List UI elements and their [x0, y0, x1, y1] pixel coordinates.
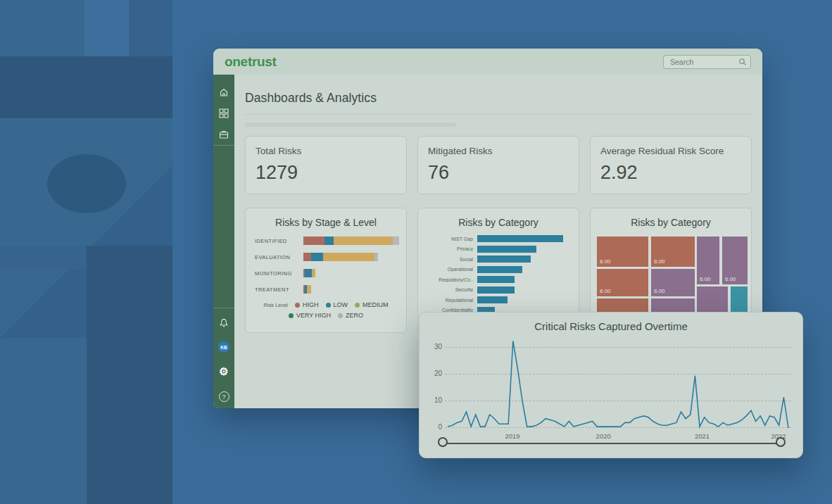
stage-row: EVALUATION — [255, 253, 406, 261]
category-row: Operational — [418, 266, 579, 273]
search-box — [663, 55, 751, 69]
stage-row-label: TREATMENT — [255, 286, 303, 293]
category-bar-chart: NIST GapPrivacySocialOperationalRegulato… — [418, 235, 579, 314]
range-slider-handle-left[interactable] — [438, 437, 448, 447]
sidebar: KB ⚙ ? — [213, 75, 234, 408]
stat-label: Average Residual Risk Score — [600, 146, 741, 156]
bg-band — [0, 246, 87, 270]
category-bar — [477, 246, 536, 253]
legend-dot — [326, 303, 331, 308]
category-row: Social — [418, 256, 579, 263]
legend-label: HIGH — [303, 301, 319, 308]
sidebar-item-notifications[interactable] — [213, 318, 234, 328]
bg-dark-rect — [0, 56, 172, 118]
grid-icon — [219, 108, 229, 118]
category-bar — [477, 276, 515, 283]
bar-segment-zero — [393, 237, 399, 245]
bar-segment-medium — [323, 253, 374, 261]
range-slider-track — [444, 443, 782, 444]
category-row: Regulatory/Co.. — [418, 276, 579, 283]
category-bar — [477, 296, 508, 303]
bar-segment-low — [324, 237, 334, 245]
sidebar-item-help[interactable]: ? — [213, 391, 234, 402]
stat-value: 76 — [428, 162, 569, 184]
title-divider — [245, 114, 752, 115]
stage-row-bars — [303, 237, 399, 245]
treemap-tile-value: 8.00 — [651, 258, 665, 267]
app-header: onetrust — [213, 49, 762, 75]
category-row-label: Security — [418, 287, 477, 292]
legend-item: ZERO — [338, 312, 363, 319]
gear-icon: ⚙ — [219, 366, 228, 377]
chart-title: Risks by Category — [418, 217, 579, 228]
treemap-tile-value: 8.00 — [597, 258, 611, 267]
bar-segment-low — [305, 269, 312, 277]
legend-dot — [295, 303, 300, 308]
y-axis-tick: 10 — [425, 396, 442, 404]
legend-item: MEDIUM — [355, 301, 389, 308]
legend-item: LOW — [326, 301, 348, 308]
chart-card-stage-level: Risks by Stage & Level IDENTIFIEDEVALUAT… — [245, 208, 407, 333]
category-row-label: Privacy — [418, 246, 477, 251]
x-axis-label: 2019 — [498, 432, 527, 440]
sidebar-item-projects[interactable] — [213, 130, 234, 139]
line-series — [445, 341, 791, 429]
bg-ellipse — [47, 154, 126, 213]
category-row: NIST Gap — [418, 235, 579, 242]
bar-segment-medium — [307, 285, 311, 294]
bar-segment-medium — [312, 269, 315, 277]
stage-row: IDENTIFIED — [255, 237, 406, 245]
category-row-label: Regulatory/Co.. — [418, 277, 477, 282]
page-title: Dashboards & Analytics — [245, 91, 752, 106]
category-row-label: Social — [418, 257, 477, 262]
legend-dot — [338, 313, 343, 318]
category-row-label: Reputational — [418, 298, 477, 303]
category-row-label: NIST Gap — [418, 237, 477, 241]
category-bar — [477, 266, 522, 273]
treemap-tile: 8.00 — [651, 237, 695, 267]
stat-cards-row: Total Risks 1279 Mitigated Risks 76 Aver… — [245, 136, 752, 194]
sidebar-avatar[interactable]: KB — [213, 341, 234, 353]
x-axis-label: 2020 — [589, 432, 617, 440]
legend-dot — [289, 313, 294, 318]
sidebar-divider-bottom — [213, 308, 234, 308]
sidebar-item-settings[interactable]: ⚙ — [213, 366, 234, 377]
stat-value: 1279 — [256, 162, 396, 184]
home-icon — [219, 87, 229, 97]
stacked-bar-chart: IDENTIFIEDEVALUATIONMONITORINGTREATMENT — [246, 237, 406, 294]
treemap-tile-value: 6.00 — [697, 276, 711, 284]
range-slider-handle-right[interactable] — [776, 437, 786, 447]
category-row-label: Operational — [418, 267, 477, 272]
stage-row: MONITORING — [255, 269, 406, 277]
popup-title: Critical Risks Captured Overtime — [420, 320, 802, 332]
legend-dot — [355, 303, 360, 308]
stage-row-bars — [303, 285, 311, 294]
legend-item: VERY HIGH — [289, 312, 331, 319]
y-axis-tick: 0 — [425, 423, 442, 431]
stage-row-label: MONITORING — [255, 270, 303, 277]
y-axis-tick: 20 — [425, 370, 442, 377]
stat-card-total-risks: Total Risks 1279 — [245, 136, 407, 194]
sidebar-item-dashboards[interactable] — [213, 108, 234, 118]
stat-label: Mitigated Risks — [428, 146, 569, 156]
bg-bottom-rect — [87, 246, 172, 504]
line-chart-plot: 0102030 — [445, 341, 791, 429]
treemap-tile: 6.00 — [697, 237, 719, 284]
legend-caption: Risk Level — [263, 302, 288, 308]
treemap-tile-value: 6.00 — [722, 276, 736, 284]
stat-card-mitigated-risks: Mitigated Risks 76 — [417, 136, 579, 194]
legend-label: VERY HIGH — [296, 312, 331, 319]
category-row: Security — [418, 286, 579, 294]
sidebar-item-home[interactable] — [213, 87, 234, 97]
treemap-tile: 8.00 — [597, 237, 648, 267]
stage-row-bars — [303, 253, 378, 261]
bar-segment-high — [303, 253, 311, 261]
category-bar — [477, 235, 563, 242]
search-icon — [738, 58, 747, 66]
legend-label: LOW — [334, 301, 348, 308]
category-row: Privacy — [418, 246, 579, 253]
category-row: Reputational — [418, 296, 579, 303]
bar-segment-low — [311, 253, 323, 261]
legend-label: MEDIUM — [363, 301, 389, 308]
stage-row-label: EVALUATION — [255, 254, 303, 260]
